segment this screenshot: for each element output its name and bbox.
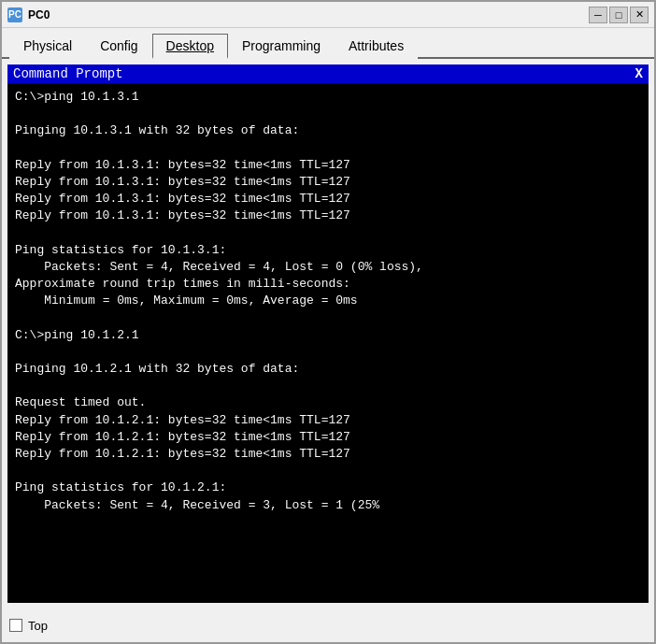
tab-attributes[interactable]: Attributes: [335, 34, 418, 59]
bottom-bar: Top: [2, 608, 654, 642]
terminal-output: C:\>ping 10.1.3.1 Pinging 10.1.3.1 with …: [15, 89, 641, 514]
top-checkbox[interactable]: [9, 619, 22, 632]
main-window: PC PC0 ─ □ ✕ Physical Config Desktop Pro…: [0, 0, 656, 644]
maximize-button[interactable]: □: [609, 7, 628, 23]
command-prompt-header: Command Prompt X: [7, 64, 649, 83]
tab-config[interactable]: Config: [86, 34, 151, 59]
command-prompt-title: Command Prompt: [13, 66, 123, 81]
tab-physical[interactable]: Physical: [9, 34, 86, 59]
top-label: Top: [28, 619, 48, 633]
terminal[interactable]: C:\>ping 10.1.3.1 Pinging 10.1.3.1 with …: [7, 83, 649, 603]
window-title: PC0: [28, 8, 589, 21]
title-bar-controls: ─ □ ✕: [589, 7, 649, 23]
tab-programming[interactable]: Programming: [228, 34, 335, 59]
title-bar: PC PC0 ─ □ ✕: [2, 2, 654, 28]
close-button[interactable]: ✕: [630, 7, 649, 23]
content-area: Command Prompt X C:\>ping 10.1.3.1 Pingi…: [2, 59, 654, 608]
tab-bar: Physical Config Desktop Programming Attr…: [2, 28, 654, 59]
cmd-close-button[interactable]: X: [635, 66, 643, 81]
window-icon: PC: [7, 7, 22, 22]
tab-desktop[interactable]: Desktop: [152, 34, 228, 59]
minimize-button[interactable]: ─: [589, 7, 607, 23]
